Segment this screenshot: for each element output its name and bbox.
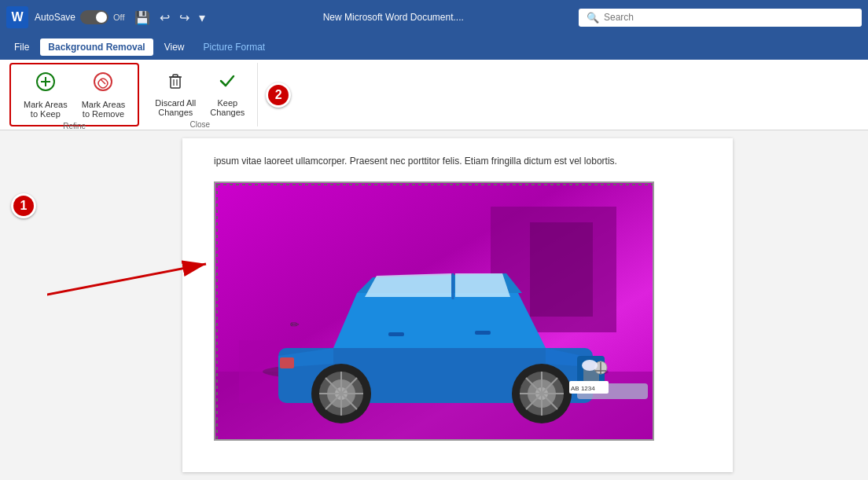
search-input[interactable] (604, 12, 854, 23)
discard-all-changes-button[interactable]: Discard AllChanges (149, 66, 202, 120)
toggle-knob (96, 12, 107, 23)
more-icon[interactable]: ▾ (196, 9, 208, 27)
mark-keep-icon (35, 71, 57, 97)
annotation-badge-2: 2 (266, 82, 291, 108)
annotation-badge-1: 1 (11, 193, 36, 218)
word-logo: W (6, 6, 28, 28)
svg-text:AB 1234: AB 1234 (571, 385, 595, 392)
search-icon: 🔍 (587, 12, 599, 24)
redo-icon[interactable]: ↪ (176, 9, 193, 27)
autosave-toggle[interactable] (80, 10, 108, 24)
mark-areas-keep-button[interactable]: Mark Areasto Keep (17, 68, 74, 122)
menu-picture-format[interactable]: Picture Format (196, 38, 274, 56)
toggle-state-label: Off (113, 13, 124, 22)
menu-background-removal[interactable]: Background Removal (40, 38, 153, 56)
autosave-label: AutoSave (35, 12, 75, 23)
car-image: AB 1234 ✏ (215, 183, 654, 441)
left-sidebar: 1 (0, 130, 47, 480)
ribbon-group-refine: Mark Areasto Keep Mark Areasto Remove Re… (9, 63, 139, 126)
refine-buttons: Mark Areasto Keep Mark Areasto Remove (17, 68, 131, 122)
discard-label: Discard AllChanges (155, 98, 196, 117)
close-buttons: Discard AllChanges KeepChanges (149, 66, 251, 120)
title-bar-icons: 💾 ↩ ↪ ▾ (131, 9, 208, 27)
document-text: ipsum vitae laoreet ullamcorper. Praesen… (214, 154, 701, 169)
save-icon[interactable]: 💾 (131, 9, 153, 27)
autosave-area: AutoSave Off (35, 10, 125, 24)
mark-remove-icon (92, 71, 114, 97)
keep-changes-button[interactable]: KeepChanges (204, 66, 251, 120)
svg-rect-45 (475, 331, 491, 335)
svg-line-4 (101, 79, 105, 84)
refine-group-label: Refine (63, 122, 86, 132)
page-content: ipsum vitae laoreet ullamcorper. Praesen… (182, 138, 733, 472)
ribbon: Mark Areasto Keep Mark Areasto Remove Re… (0, 60, 868, 130)
svg-line-50 (47, 264, 206, 311)
svg-text:✏: ✏ (290, 318, 300, 331)
discard-icon (164, 69, 186, 96)
svg-rect-13 (530, 222, 593, 317)
title-bar: W AutoSave Off 💾 ↩ ↪ ▾ New Microsoft Wor… (0, 0, 868, 35)
doc-page: ipsum vitae laoreet ullamcorper. Praesen… (47, 130, 868, 480)
keep-changes-icon (216, 69, 238, 96)
doc-title: New Microsoft Word Document.... (215, 12, 572, 23)
svg-rect-44 (388, 332, 404, 336)
menu-bar: File Background Removal View Picture For… (0, 35, 868, 60)
svg-rect-46 (280, 357, 294, 368)
svg-rect-5 (171, 77, 180, 88)
mark-remove-label: Mark Areasto Remove (82, 100, 126, 119)
mark-areas-remove-button[interactable]: Mark Areasto Remove (75, 68, 132, 122)
image-container[interactable]: AB 1234 ✏ (214, 181, 654, 441)
svg-point-25 (582, 360, 598, 371)
menu-view[interactable]: View (156, 38, 193, 56)
svg-rect-7 (173, 75, 178, 77)
search-box[interactable]: 🔍 (579, 9, 862, 27)
keep-changes-label: KeepChanges (210, 98, 245, 117)
close-group-label: Close (190, 120, 211, 130)
ribbon-group-close: Discard AllChanges KeepChanges Close (142, 63, 258, 126)
mark-keep-label: Mark Areasto Keep (24, 100, 68, 119)
content-area: 1 ipsum vitae laoreet ullamcorper. Praes… (0, 130, 868, 480)
menu-file[interactable]: File (6, 38, 37, 56)
undo-icon[interactable]: ↩ (156, 9, 173, 27)
